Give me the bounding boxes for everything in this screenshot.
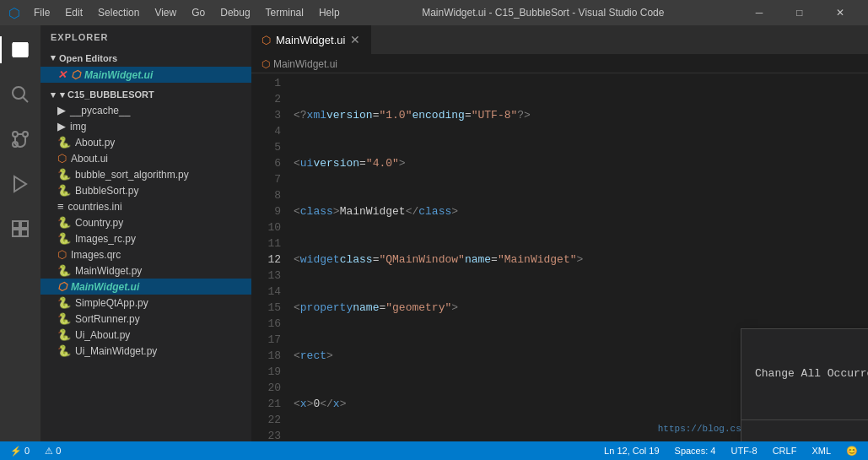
minimize-button[interactable]: ─ (740, 0, 779, 25)
status-right: Ln 12, Col 19 Spaces: 4 UTF-8 CRLF XML 😊 (601, 446, 861, 457)
cursor-position-status[interactable]: Ln 12, Col 19 (601, 446, 662, 456)
py-file-icon: 🐍 (57, 184, 71, 197)
open-editors-section-header[interactable]: ▾ Open Editors (40, 49, 251, 67)
svg-rect-8 (21, 221, 28, 228)
sidebar-item-img[interactable]: ▶ img (40, 118, 251, 134)
extensions-activity-icon[interactable] (0, 208, 40, 249)
py-file-icon: 🐍 (57, 344, 71, 357)
open-editor-mainwidget-ui[interactable]: ✕ ⬡ MainWidget.ui (40, 67, 251, 83)
folder-label: ▾ C15_BUBBLESORT (60, 89, 154, 100)
py-file-icon: 🐍 (57, 264, 71, 277)
line-numbers: 1 2 3 4 5 6 7 8 9 10 11 12 13 14 15 16 1… (251, 73, 289, 441)
explorer-icon[interactable] (0, 30, 40, 70)
close-button[interactable]: ✕ (821, 0, 860, 25)
tab-file-icon: ⬡ (261, 34, 271, 46)
folder-icon: ▶ (57, 104, 66, 116)
code-line-4: <widget class="QMainWindow" name="MainWi… (294, 252, 868, 268)
open-editors-section: ▾ Open Editors ✕ ⬡ MainWidget.ui (40, 49, 251, 86)
line-num-15: 15 (251, 300, 281, 316)
line-num-8: 8 (251, 187, 281, 203)
sidebar-item-sortrunner[interactable]: 🐍 SortRunner.py (40, 311, 251, 327)
item-label: About.ui (71, 153, 108, 165)
menu-edit[interactable]: Edit (58, 5, 89, 20)
code-editor[interactable]: <?xml version="1.0" encoding="UTF-8"?> <… (289, 73, 868, 441)
sidebar-item-images-rc[interactable]: 🐍 Images_rc.py (40, 230, 251, 246)
menu-terminal[interactable]: Terminal (259, 5, 310, 20)
indentation-status[interactable]: Spaces: 4 (671, 446, 720, 456)
item-label: About.py (75, 137, 115, 149)
item-label: SortRunner.py (75, 313, 140, 325)
tab-mainwidget-ui[interactable]: ⬡ MainWidget.ui ✕ (251, 25, 371, 54)
item-label: __pycache__ (70, 105, 130, 116)
status-left: ⚡ 0 ⚠ 0 (7, 446, 64, 457)
ui-file-icon: ⬡ (57, 280, 67, 293)
sidebar-item-about-py[interactable]: 🐍 About.py (40, 134, 251, 150)
py-file-icon: 🐍 (57, 136, 71, 149)
search-activity-icon[interactable] (0, 74, 40, 115)
sidebar-item-ui-about[interactable]: 🐍 Ui_About.py (40, 327, 251, 343)
sidebar-item-country-py[interactable]: 🐍 Country.py (40, 214, 251, 230)
menu-view[interactable]: View (148, 5, 183, 20)
code-container: 1 2 3 4 5 6 7 8 9 10 11 12 13 14 15 16 1… (251, 73, 868, 441)
item-label: BubbleSort.py (75, 185, 138, 197)
window-title: MainWidget.ui - C15_BubbleSort - Visual … (422, 7, 664, 19)
item-label: img (70, 121, 86, 133)
sidebar-item-about-ui[interactable]: ⬡ About.ui (40, 150, 251, 166)
activity-bar (0, 25, 40, 441)
line-num-5: 5 (251, 139, 281, 155)
svg-point-1 (13, 87, 24, 99)
language-mode-status[interactable]: XML (808, 446, 834, 456)
line-num-2: 2 (251, 91, 281, 107)
line-num-4: 4 (251, 123, 281, 139)
close-icon[interactable]: ✕ (57, 68, 67, 81)
ctx-change-all-occurrences[interactable]: Change All Occurrences Ctrl+F2 (741, 361, 868, 386)
source-control-activity-icon[interactable] (0, 119, 40, 160)
errors-status[interactable]: ⚠ 0 (41, 446, 64, 457)
item-label: MainWidget.ui (71, 281, 139, 293)
item-label: Country.py (75, 217, 123, 229)
ctx-label: Change All Occurrences (755, 365, 868, 382)
line-num-6: 6 (251, 155, 281, 171)
title-bar: ⬡ File Edit Selection View Go Debug Term… (0, 0, 868, 25)
title-bar-left: ⬡ File Edit Selection View Go Debug Term… (8, 5, 347, 21)
folder-icon: ▶ (57, 120, 66, 133)
git-branch-status[interactable]: ⚡ 0 (7, 446, 33, 457)
svg-point-3 (13, 132, 18, 137)
line-num-10: 10 (251, 219, 281, 235)
line-num-20: 20 (251, 380, 281, 396)
sidebar-item-mainwidget-ui[interactable]: ⬡ MainWidget.ui (40, 279, 251, 295)
svg-point-4 (23, 132, 28, 137)
code-line-2: <ui version="4.0"> (294, 155, 868, 171)
item-label: Ui_MainWidget.py (75, 345, 157, 357)
encoding-status[interactable]: UTF-8 (727, 446, 760, 456)
menu-file[interactable]: File (27, 5, 57, 20)
sidebar-item-pycache[interactable]: ▶ __pycache__ (40, 102, 251, 118)
feedback-icon[interactable]: 😊 (843, 446, 861, 457)
sidebar-item-ui-mainwidget[interactable]: 🐍 Ui_MainWidget.py (40, 343, 251, 359)
sidebar-item-bubble-sort-algorithm[interactable]: 🐍 bubble_sort_algorithm.py (40, 166, 251, 182)
menu-go[interactable]: Go (185, 5, 212, 20)
debug-activity-icon[interactable] (0, 164, 40, 204)
item-label: Images_rc.py (75, 233, 136, 245)
ui-file-icon: ⬡ (57, 152, 67, 165)
line-num-3: 3 (251, 107, 281, 123)
sidebar-item-images-qrc[interactable]: ⬡ Images.qrc (40, 246, 251, 262)
breadcrumb-text: MainWidget.ui (273, 58, 337, 70)
open-editor-label: MainWidget.ui (84, 69, 153, 81)
line-endings-status[interactable]: CRLF (769, 446, 801, 456)
sidebar-item-bubblesort[interactable]: 🐍 BubbleSort.py (40, 182, 251, 198)
menu-help[interactable]: Help (312, 5, 347, 20)
tab-close-icon[interactable]: ✕ (350, 33, 360, 46)
sidebar-item-simpleqtapp[interactable]: 🐍 SimpleQtApp.py (40, 295, 251, 311)
tab-bar: ⬡ MainWidget.ui ✕ (251, 25, 868, 55)
sidebar: Explorer ▾ Open Editors ✕ ⬡ MainWidget.u… (40, 25, 251, 441)
folder-header[interactable]: ▾ ▾ C15_BUBBLESORT (40, 88, 251, 102)
item-label: SimpleQtApp.py (75, 297, 148, 309)
menu-selection[interactable]: Selection (91, 5, 146, 20)
maximize-button[interactable]: □ (780, 0, 819, 25)
sidebar-item-mainwidget-py[interactable]: 🐍 MainWidget.py (40, 262, 251, 279)
menu-debug[interactable]: Debug (213, 5, 256, 20)
py-file-icon: 🐍 (57, 216, 71, 229)
sidebar-item-countries-ini[interactable]: ≡ countries.ini (40, 198, 251, 214)
window-controls: ─ □ ✕ (740, 0, 860, 25)
